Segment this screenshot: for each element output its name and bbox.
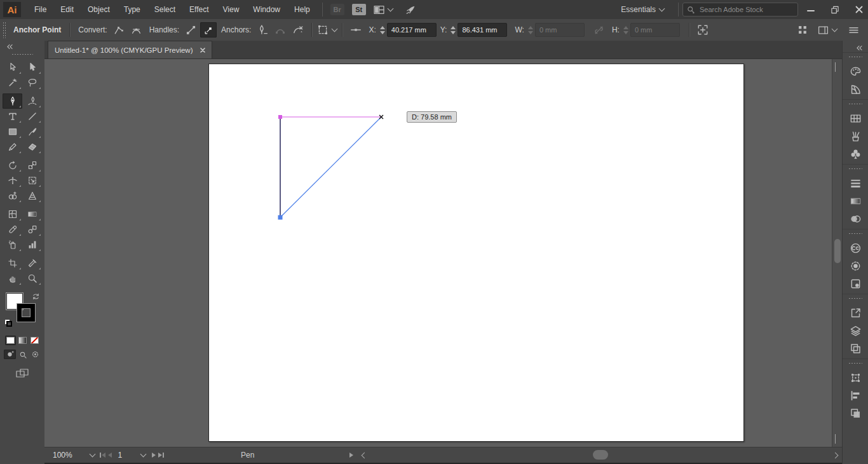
control-panel-menu-button[interactable] [845, 22, 862, 38]
stroke-swatch[interactable] [17, 304, 35, 322]
tab-close-button[interactable] [200, 48, 205, 53]
panel-grip[interactable] [848, 103, 862, 106]
scroll-down-button[interactable] [835, 434, 836, 443]
x-input[interactable] [387, 23, 437, 37]
menu-type[interactable]: Type [117, 0, 147, 19]
align-panel-button[interactable] [843, 386, 868, 404]
workspace-switcher[interactable]: Essentials [621, 5, 664, 14]
menu-object[interactable]: Object [81, 0, 117, 19]
lasso-tool[interactable] [22, 75, 42, 90]
artboard-tool[interactable] [3, 256, 22, 271]
panel-grip[interactable] [848, 362, 862, 365]
gradient-panel-button[interactable] [843, 192, 868, 210]
pen-tool[interactable] [3, 93, 22, 109]
draw-behind-button[interactable] [17, 350, 29, 359]
document-tab[interactable]: Untitled-1* @ 100% (CMYK/GPU Preview) [48, 41, 212, 58]
last-artboard-button[interactable] [158, 453, 164, 458]
column-graph-tool[interactable] [22, 237, 42, 252]
vertical-scroll-thumb[interactable] [834, 239, 841, 263]
scroll-left-button[interactable] [362, 453, 367, 458]
share-button[interactable] [405, 4, 416, 15]
transparency-panel-button[interactable] [843, 210, 868, 228]
connect-endpoints-button[interactable] [272, 22, 288, 38]
minimize-button[interactable] [807, 6, 815, 13]
menu-effect[interactable]: Effect [182, 0, 215, 19]
width-tool[interactable] [3, 173, 22, 188]
x-stepper[interactable] [380, 26, 385, 34]
convert-to-smooth-button[interactable] [128, 22, 145, 38]
canvas[interactable]: D: 79.58 mm [44, 58, 843, 447]
constrain-proportions-button[interactable] [591, 22, 607, 38]
slice-tool[interactable] [22, 256, 42, 271]
y-input[interactable] [458, 23, 507, 37]
touch-workspace-button[interactable] [794, 22, 811, 38]
restore-button[interactable] [831, 6, 839, 13]
screen-mode-button[interactable] [0, 368, 44, 379]
symbols-panel-button[interactable] [843, 145, 868, 163]
blend-tool[interactable] [22, 222, 42, 237]
mesh-tool[interactable] [3, 207, 22, 222]
asset-export-panel-button[interactable] [843, 304, 868, 322]
type-tool[interactable] [3, 109, 22, 124]
hand-tool[interactable] [3, 271, 22, 286]
zoom-tool[interactable] [22, 271, 42, 286]
paintbrush-tool[interactable] [22, 124, 42, 139]
free-transform-options-button[interactable] [695, 22, 711, 38]
show-handles-button[interactable] [182, 22, 199, 38]
libraries-panel-button[interactable] [843, 239, 868, 257]
artboard-number-control[interactable]: 1 [118, 451, 146, 460]
zoom-level-control[interactable]: 100% [44, 451, 97, 460]
horizontal-scrollbar[interactable] [369, 447, 831, 463]
panel-grip[interactable] [848, 168, 862, 170]
draw-normal-button[interactable] [4, 350, 16, 359]
menu-help[interactable]: Help [287, 0, 317, 19]
panel-grip[interactable] [848, 56, 862, 58]
menu-edit[interactable]: Edit [53, 0, 81, 19]
vertical-scrollbar[interactable] [832, 59, 843, 447]
swap-fill-stroke-button[interactable] [32, 292, 40, 301]
swatches-panel-button[interactable] [843, 109, 868, 127]
hide-handles-button[interactable] [200, 22, 217, 38]
panel-grip[interactable] [848, 233, 862, 235]
color-button[interactable] [5, 336, 16, 345]
magic-wand-tool[interactable] [3, 75, 22, 90]
menu-select[interactable]: Select [147, 0, 182, 19]
anchor-display-button[interactable] [348, 22, 364, 38]
arrange-documents-button[interactable] [374, 5, 393, 15]
pathfinder-panel-button[interactable] [843, 404, 868, 422]
draw-inside-button[interactable] [29, 350, 41, 359]
app-logo[interactable]: Ai [3, 2, 21, 17]
rectangle-tool[interactable] [3, 124, 22, 139]
y-stepper[interactable] [451, 26, 456, 34]
line-segment-tool[interactable] [22, 109, 42, 124]
status-bar-menu-button[interactable] [349, 453, 353, 458]
direct-selection-tool[interactable] [22, 60, 42, 75]
stroke-panel-button[interactable] [843, 174, 868, 192]
selection-tool[interactable] [3, 60, 22, 75]
panel-dock-toggle-button[interactable] [818, 22, 837, 38]
scroll-right-button[interactable] [833, 453, 837, 458]
search-input[interactable] [698, 5, 794, 14]
previous-artboard-button[interactable] [108, 453, 112, 458]
transform-box-options-button[interactable] [317, 22, 337, 38]
layers-panel-button[interactable] [843, 322, 868, 339]
bridge-button[interactable]: Br [330, 4, 344, 15]
symbol-sprayer-tool[interactable] [3, 237, 22, 252]
dock-collapse-button[interactable] [843, 41, 868, 52]
first-artboard-button[interactable] [100, 453, 105, 458]
color-guide-panel-button[interactable] [843, 80, 868, 98]
convert-to-corner-button[interactable] [111, 22, 127, 38]
stock-search-box[interactable] [682, 3, 798, 17]
default-fill-stroke-button[interactable] [4, 319, 12, 327]
appearance-panel-button[interactable] [843, 257, 868, 275]
tools-collapse-button[interactable] [0, 41, 44, 50]
brushes-panel-button[interactable] [843, 127, 868, 145]
shaper-tool[interactable] [3, 139, 22, 154]
perspective-grid-tool[interactable] [22, 188, 42, 203]
graphic-styles-panel-button[interactable] [843, 275, 868, 292]
panel-grip[interactable] [3, 22, 6, 38]
horizontal-scroll-thumb[interactable] [593, 450, 608, 460]
curvature-tool[interactable] [22, 93, 42, 109]
cut-path-button[interactable] [290, 22, 306, 38]
panel-grip[interactable] [848, 297, 862, 300]
